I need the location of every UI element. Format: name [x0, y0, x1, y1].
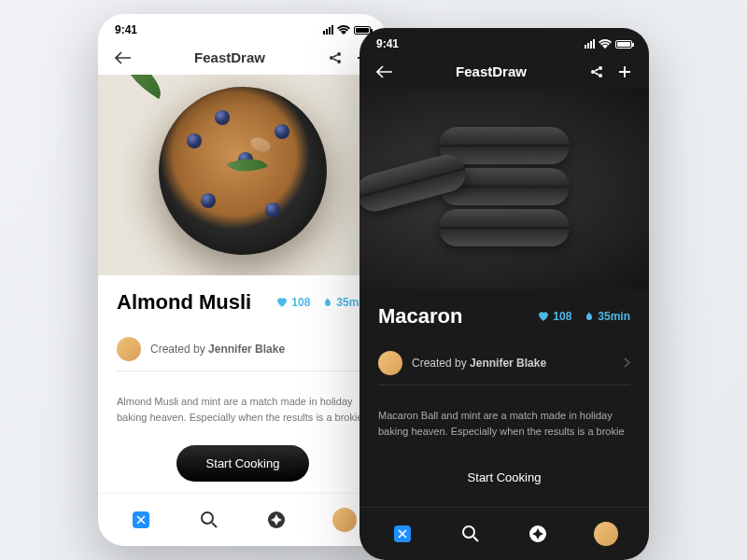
bottom-nav — [359, 507, 649, 560]
likes-stat[interactable]: 108 — [538, 310, 571, 323]
description: Almond Musli and mint are a match made i… — [98, 381, 388, 440]
svg-point-8 — [599, 74, 602, 77]
time-stat: 35min — [585, 310, 630, 323]
start-cooking-button[interactable]: Start Cooking — [176, 445, 310, 482]
status-right — [585, 39, 632, 49]
nav-explore[interactable] — [263, 507, 289, 533]
back-icon[interactable] — [115, 51, 132, 64]
signal-icon — [323, 25, 333, 35]
creator-label: Created by Jennifer Blake — [150, 343, 285, 356]
nav-explore[interactable] — [525, 521, 551, 547]
decor-leaf — [115, 75, 171, 99]
flame-icon — [323, 297, 332, 308]
creator-row[interactable]: Created by Jennifer Blake — [378, 342, 630, 385]
heart-icon — [276, 297, 288, 308]
chevron-right-icon — [624, 357, 630, 368]
avatar-icon — [594, 522, 618, 546]
top-bar: FeastDraw — [359, 54, 649, 89]
avatar-icon — [332, 508, 357, 532]
top-bar: FeastDraw — [98, 40, 388, 75]
app-title: FeastDraw — [194, 49, 265, 65]
share-icon[interactable] — [328, 50, 343, 65]
battery-icon — [354, 26, 371, 35]
nav-profile[interactable] — [593, 521, 619, 547]
svg-point-0 — [330, 56, 333, 60]
phone-light: 9:41 FeastDraw Almond Musli 108 — [98, 14, 388, 546]
recipe-title: Macaron — [378, 304, 525, 329]
svg-point-6 — [591, 70, 595, 74]
phone-dark: 9:41 FeastDraw Macaron 108 3 — [359, 28, 649, 560]
likes-stat[interactable]: 108 — [276, 296, 310, 309]
creator-row[interactable]: Created by Jennifer Blake — [117, 328, 369, 371]
info-section: Macaron 108 35min Created by Jennifer Bl… — [359, 289, 649, 395]
nav-home[interactable] — [128, 507, 154, 533]
add-icon[interactable] — [617, 64, 632, 79]
share-icon[interactable] — [589, 64, 604, 79]
macarons-stack — [439, 127, 570, 250]
hero-image — [359, 89, 649, 289]
nav-profile[interactable] — [331, 507, 358, 533]
svg-point-1 — [337, 52, 341, 56]
svg-point-4 — [202, 512, 213, 524]
food-bowl — [159, 87, 327, 255]
nav-search[interactable] — [196, 507, 222, 533]
wifi-icon — [599, 39, 612, 49]
svg-point-10 — [463, 526, 474, 538]
status-bar: 9:41 — [359, 28, 649, 54]
recipe-title: Almond Musli — [117, 290, 263, 315]
status-bar: 9:41 — [98, 14, 388, 40]
start-cooking-button[interactable]: Start Cooking — [438, 459, 571, 496]
flame-icon — [585, 311, 594, 322]
nav-home[interactable] — [389, 521, 416, 547]
svg-point-2 — [337, 60, 341, 63]
hero-image — [98, 75, 388, 275]
creator-avatar — [378, 351, 402, 375]
status-time: 9:41 — [115, 23, 137, 36]
creator-label: Created by Jennifer Blake — [412, 357, 546, 370]
battery-icon — [615, 40, 632, 49]
svg-point-7 — [599, 66, 602, 70]
wifi-icon — [337, 25, 350, 35]
back-icon[interactable] — [376, 65, 393, 78]
status-time: 9:41 — [376, 37, 399, 50]
creator-avatar — [117, 337, 141, 361]
app-title: FeastDraw — [456, 63, 527, 79]
info-section: Almond Musli 108 35min Created by Jennif… — [98, 275, 388, 381]
heart-icon — [538, 311, 549, 322]
signal-icon — [585, 39, 595, 49]
bottom-nav — [98, 493, 388, 546]
description: Macaron Ball and mint are a match made i… — [359, 395, 649, 454]
nav-search[interactable] — [458, 521, 484, 547]
status-right — [323, 25, 371, 35]
